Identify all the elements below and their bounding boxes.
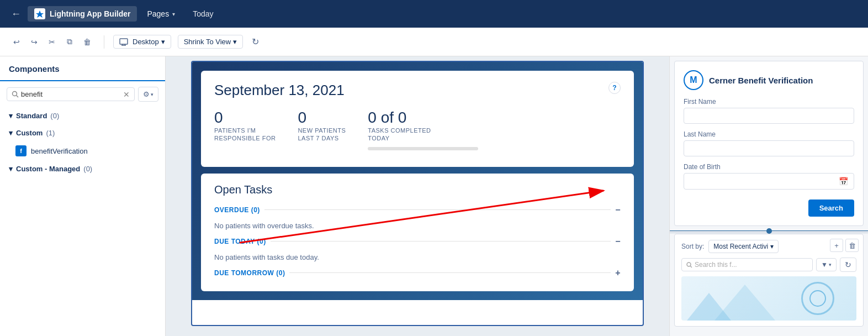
app-title-section: Lightning App Builder	[28, 6, 137, 22]
section-line	[264, 209, 611, 210]
stat-num: 0	[298, 110, 346, 125]
canvas-area: September 13, 2021 ? 0 PATIENTS I'MRESPO…	[166, 56, 669, 336]
section-duetoday-toggle[interactable]: −	[615, 237, 621, 246]
copy-button[interactable]: ⧉	[62, 34, 77, 50]
pages-chevron-icon: ▾	[172, 11, 175, 17]
canvas-date: September 13, 2021	[214, 82, 345, 99]
refresh-button[interactable]: ↻	[247, 34, 263, 49]
first-name-input[interactable]	[684, 108, 854, 124]
dob-label: Date of Birth	[684, 163, 854, 171]
panel-actions: + 🗑	[830, 239, 859, 252]
section-duetoday-header: DUE TODAY (0) −	[214, 237, 621, 246]
top-nav: ← Lightning App Builder Pages ▾ Today	[0, 0, 868, 28]
search-placeholder: Search this f...	[695, 261, 737, 269]
settings-chevron-icon: ▾	[151, 92, 154, 97]
toolbar: ↩ ↪ ✂ ⧉ 🗑 Desktop ▾ Shrink To View ▾ ↻	[0, 28, 868, 56]
today-label: Today	[185, 7, 221, 20]
app-icon	[34, 8, 45, 19]
stat-new-patients: 0 NEW PATIENTSLAST 7 DAYS	[298, 110, 346, 150]
dob-input[interactable]: 📅	[684, 173, 854, 190]
search-icon	[12, 91, 19, 98]
stat-label: TASKS COMPLETEDTODAY	[368, 127, 478, 143]
search-small[interactable]: Search this f...	[681, 258, 813, 271]
category-label: Custom - Managed	[16, 165, 80, 173]
toolbar-actions: ↩ ↪ ✂ ⧉ 🗑	[9, 34, 95, 50]
refresh-small-button[interactable]: ↻	[840, 258, 856, 272]
sort-select[interactable]: Most Recent Activi ▾	[708, 240, 779, 253]
shrink-label: Shrink To View	[184, 38, 231, 46]
tasks-title: Open Tasks	[214, 183, 621, 196]
section-duetomorrow-label: DUE TOMORROW (0)	[214, 269, 285, 277]
category-count: (1)	[46, 129, 55, 137]
section-line	[271, 241, 611, 242]
stats-row: 0 PATIENTS I'MRESPONSIBLE FOR 0 NEW PATI…	[214, 110, 621, 150]
section-duetoday-empty: No patients with tasks due today.	[214, 250, 621, 268]
cerner-header: M Cerner Benefit Verification	[684, 70, 854, 90]
canvas-inner: September 13, 2021 ? 0 PATIENTS I'MRESPO…	[192, 62, 643, 300]
delete-button[interactable]: 🗑	[80, 34, 95, 50]
search-clear-button[interactable]: ✕	[123, 91, 130, 98]
component-icon: f	[15, 145, 27, 156]
filter-button[interactable]: ▼ ▾	[816, 258, 837, 271]
search-row: ✕ ⚙ ▾	[0, 81, 165, 107]
svg-point-9	[687, 262, 691, 266]
stat-num: 0	[214, 110, 276, 125]
redo-button[interactable]: ↪	[27, 34, 42, 50]
settings-button[interactable]: ⚙ ▾	[138, 87, 158, 102]
toolbar-separator	[104, 35, 104, 49]
stat-tasks: 0 of 0 TASKS COMPLETEDTODAY	[368, 110, 478, 150]
section-duetomorrow-toggle[interactable]: +	[615, 268, 621, 278]
section-duetoday-label: DUE TODAY (0)	[214, 238, 266, 245]
settings-icon: ⚙	[143, 90, 150, 98]
section-duetomorrow-header: DUE TOMORROW (0) +	[214, 268, 621, 278]
device-select[interactable]: Desktop ▾	[113, 35, 171, 49]
help-icon[interactable]: ?	[608, 82, 621, 94]
main-layout: Components ✕ ⚙ ▾ ▾ Standard (0) ▾	[0, 56, 868, 336]
stat-patients: 0 PATIENTS I'MRESPONSIBLE FOR	[214, 110, 276, 150]
section-overdue-label: OVERDUE (0)	[214, 206, 260, 214]
viz-mountain2	[714, 285, 775, 321]
sidebar-category-standard[interactable]: ▾ Standard (0)	[0, 107, 165, 124]
sidebar-category-custom[interactable]: ▾ Custom (1)	[0, 124, 165, 141]
shrink-select[interactable]: Shrink To View ▾	[178, 35, 244, 49]
calendar-icon: 📅	[839, 177, 848, 186]
sort-label: Sort by:	[681, 243, 704, 250]
filter-icon: ▼	[821, 261, 828, 269]
back-button[interactable]: ←	[7, 6, 25, 22]
device-chevron-icon: ▾	[161, 38, 165, 46]
last-name-label: Last Name	[684, 130, 854, 138]
cerner-card: M Cerner Benefit Verification First Name…	[674, 61, 864, 226]
stat-num: 0 of 0	[368, 110, 478, 125]
panel-delete-button[interactable]: 🗑	[845, 239, 859, 252]
search-input[interactable]	[21, 90, 121, 98]
panel-add-button[interactable]: +	[830, 239, 843, 252]
cerner-logo: M	[684, 70, 703, 90]
category-chevron-icon: ▾	[9, 165, 13, 173]
progress-bar	[368, 147, 478, 150]
svg-line-6	[17, 96, 19, 98]
pages-button[interactable]: Pages ▾	[139, 7, 183, 20]
sidebar-title: Components	[0, 56, 165, 81]
category-label: Custom	[16, 129, 43, 137]
category-chevron-icon: ▾	[9, 129, 13, 137]
cerner-title: Cerner Benefit Verification	[709, 76, 813, 85]
category-label: Standard	[16, 112, 47, 120]
component-label: benefitVerification	[31, 147, 88, 155]
cerner-search-button[interactable]: Search	[808, 200, 854, 217]
shrink-chevron-icon: ▾	[233, 38, 237, 46]
sidebar-category-custom-managed[interactable]: ▾ Custom - Managed (0)	[0, 160, 165, 177]
tasks-card: Open Tasks OVERDUE (0) − No patients wit…	[201, 174, 634, 291]
panel-divider-dot	[766, 228, 772, 234]
bottom-panel: + 🗑 Sort by: Most Recent Activi ▾ Search…	[674, 234, 864, 327]
section-overdue-toggle[interactable]: −	[615, 205, 621, 215]
search-box: ✕	[7, 87, 135, 101]
cut-button[interactable]: ✂	[44, 34, 60, 50]
filter-chevron-icon: ▾	[829, 262, 832, 267]
last-name-input[interactable]	[684, 140, 854, 156]
first-name-label: First Name	[684, 98, 854, 106]
pages-label: Pages	[147, 9, 169, 18]
stat-label: PATIENTS I'MRESPONSIBLE FOR	[214, 127, 276, 143]
undo-button[interactable]: ↩	[9, 34, 24, 50]
category-count: (0)	[83, 165, 92, 173]
component-benefit-verification[interactable]: f benefitVerification	[0, 141, 165, 160]
